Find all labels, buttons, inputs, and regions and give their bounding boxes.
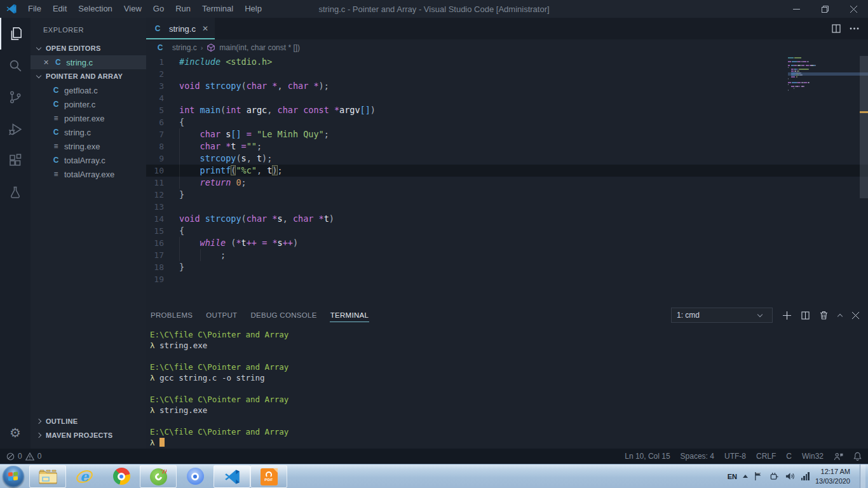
file-getfloat.c[interactable]: Cgetfloat.c <box>31 83 146 97</box>
test-explorer-icon[interactable] <box>0 177 31 208</box>
taskbar-file-explorer[interactable] <box>29 465 66 488</box>
code-line-12[interactable]: 12} <box>146 189 868 201</box>
language-indicator[interactable]: EN <box>728 473 737 480</box>
code-line-9[interactable]: 9 strcopy(s, t); <box>146 152 868 165</box>
menu-run[interactable]: Run <box>170 0 196 18</box>
close-window-button[interactable] <box>839 0 868 18</box>
minimize-button[interactable] <box>782 0 811 18</box>
split-editor-icon[interactable] <box>832 24 841 33</box>
taskbar-chrome[interactable] <box>103 464 140 488</box>
search-icon[interactable] <box>0 50 31 81</box>
code-line-15[interactable]: 15{ <box>146 225 868 237</box>
editor-scrollbar[interactable] <box>860 56 868 198</box>
file-string.exe[interactable]: ≡string.exe <box>31 139 146 153</box>
problems-status[interactable]: 0 0 <box>6 452 41 461</box>
tab-string-c[interactable]: C string.c ✕ <box>146 18 215 39</box>
status-ln[interactable]: Ln 10, Col 15 <box>625 452 670 461</box>
code-line-16[interactable]: 16 while (*t++ = *s++) <box>146 237 868 249</box>
warning-icon <box>25 452 34 461</box>
close-editor-icon[interactable]: ✕ <box>43 58 49 67</box>
code-line-5[interactable]: 5int main(int argc, char const *argv[]) <box>146 104 868 116</box>
kill-terminal-trash-icon[interactable] <box>820 311 828 320</box>
explorer-icon[interactable] <box>0 18 31 50</box>
taskbar-chromium[interactable] <box>177 464 214 488</box>
panel-tab-debug-console[interactable]: DEBUG CONSOLE <box>250 309 317 322</box>
taskbar-vscode[interactable] <box>214 465 250 488</box>
code-line-17[interactable]: 17 ; <box>146 249 868 261</box>
file-totalArray.c[interactable]: CtotalArray.c <box>31 153 146 167</box>
code-line-6[interactable]: 6{ <box>146 116 868 128</box>
status-c[interactable]: C <box>786 452 792 461</box>
breadcrumb[interactable]: C string.c › main(int, char const * []) <box>146 39 868 56</box>
section-outline[interactable]: OUTLINE <box>31 414 146 428</box>
code-line-10[interactable]: 10 printf("%c", t); <box>146 165 868 177</box>
panel-tab-problems[interactable]: PROBLEMS <box>150 309 193 322</box>
taskbar-internet-explorer[interactable]: e <box>66 464 103 488</box>
start-button[interactable] <box>3 466 24 487</box>
open-editor-string.c[interactable]: ✕Cstring.c <box>31 55 146 69</box>
file-pointer.c[interactable]: Cpointer.c <box>31 97 146 111</box>
hidden-icons-arrow[interactable] <box>743 475 748 478</box>
terminal-shell-select[interactable]: 1: cmd <box>671 308 773 323</box>
source-control-icon[interactable] <box>0 81 31 113</box>
foxit-pdf-icon: PDF <box>261 468 278 485</box>
panel-tab-output[interactable]: OUTPUT <box>205 309 238 322</box>
code-line-4[interactable]: 4 <box>146 92 868 104</box>
token: char <box>293 214 314 224</box>
code-line-14[interactable]: 14void strcopy(char *s, char *t) <box>146 213 868 225</box>
menu-help[interactable]: Help <box>239 0 268 18</box>
taskbar-coccoc[interactable] <box>140 465 177 488</box>
menu-view[interactable]: View <box>118 0 147 18</box>
status-spaces[interactable]: Spaces: 4 <box>681 452 714 461</box>
maximize-panel-icon[interactable] <box>838 313 842 318</box>
close-panel-icon[interactable] <box>852 312 859 319</box>
action-center-flag-icon[interactable] <box>754 471 763 481</box>
code-line-11[interactable]: 11 return 0; <box>146 177 868 189</box>
code-line-18[interactable]: 18} <box>146 261 868 273</box>
taskbar-clock[interactable]: 12:17 AM 13/03/2020 <box>815 467 850 485</box>
show-desktop-button[interactable] <box>860 464 865 488</box>
menu-selection[interactable]: Selection <box>72 0 118 18</box>
code-line-2[interactable]: 2 <box>146 68 868 80</box>
menu-edit[interactable]: Edit <box>47 0 72 18</box>
more-actions-icon[interactable] <box>850 27 859 30</box>
terminal-output[interactable]: E:\C\file C\Pointer and Arrayλ string.ex… <box>146 325 868 449</box>
file-pointer.exe[interactable]: ≡pointer.exe <box>31 111 146 125</box>
feedback-icon[interactable] <box>834 452 843 461</box>
minimap-current-line <box>788 72 868 76</box>
extensions-icon[interactable] <box>0 145 31 177</box>
code-line-19[interactable]: 19 <box>146 273 868 285</box>
code-line-1[interactable]: 1#include <stdio.h> <box>146 56 868 68</box>
settings-gear-icon[interactable]: ⚙ <box>0 417 31 449</box>
panel-tab-terminal[interactable]: TERMINAL <box>330 309 370 322</box>
power-plug-icon[interactable] <box>769 471 779 481</box>
code-line-8[interactable]: 8 char *t =""; <box>146 140 868 152</box>
restore-button[interactable] <box>811 0 839 18</box>
code-line-7[interactable]: 7 char s[] = "Le Minh Quy"; <box>146 128 868 140</box>
network-signal-icon[interactable] <box>801 472 810 480</box>
folder-section[interactable]: POINTER AND ARRAY <box>31 69 146 83</box>
run-debug-icon[interactable] <box>0 113 31 145</box>
taskbar-foxit-reader[interactable]: PDF <box>250 465 287 488</box>
menu-file[interactable]: File <box>22 0 47 18</box>
token: char <box>288 81 309 91</box>
code-line-3[interactable]: 3void strcopy(char *, char *); <box>146 80 868 92</box>
open-editors-section[interactable]: OPEN EDITORS <box>31 41 146 55</box>
status-crlf[interactable]: CRLF <box>756 452 776 461</box>
menu-terminal[interactable]: Terminal <box>196 0 239 18</box>
status-utf-8[interactable]: UTF-8 <box>724 452 746 461</box>
status-win32[interactable]: Win32 <box>802 452 824 461</box>
split-terminal-icon[interactable] <box>801 311 810 320</box>
speaker-volume-icon[interactable] <box>785 471 796 481</box>
file-string.c[interactable]: Cstring.c <box>31 125 146 139</box>
menu-go[interactable]: Go <box>147 0 170 18</box>
code-editor[interactable]: 1#include <stdio.h>23void strcopy(char *… <box>146 56 868 305</box>
code-line-13[interactable]: 13 <box>146 201 868 213</box>
file-totalArray.exe[interactable]: ≡totalArray.exe <box>31 167 146 181</box>
section-maven-projects[interactable]: MAVEN PROJECTS <box>31 428 146 442</box>
new-terminal-icon[interactable] <box>783 311 791 320</box>
notifications-bell-icon[interactable] <box>853 452 862 461</box>
close-tab-icon[interactable]: ✕ <box>202 24 208 33</box>
prompt-lambda: λ <box>150 405 159 415</box>
token: ( <box>241 81 247 91</box>
